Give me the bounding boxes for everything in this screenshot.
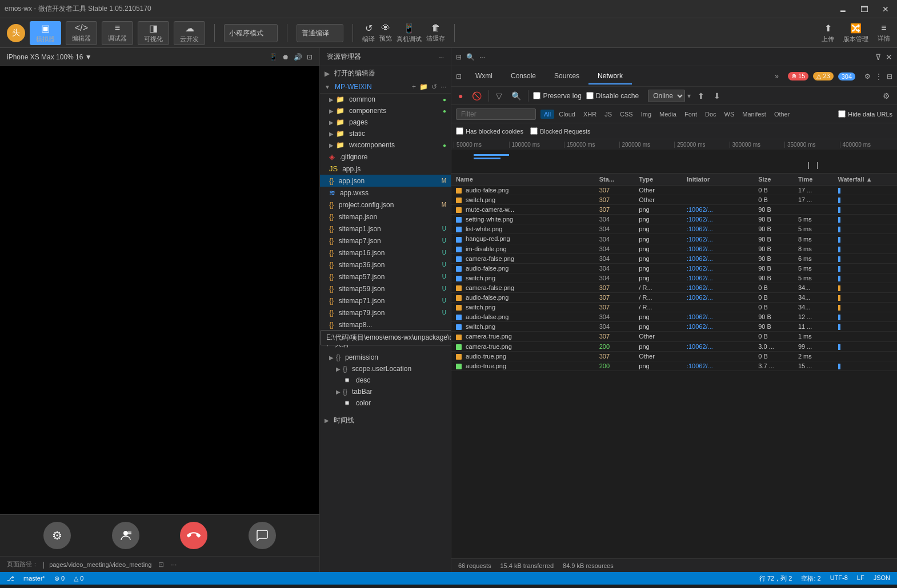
mp-weixin-refresh-icon[interactable]: ↺ <box>431 83 437 91</box>
element-selector-icon[interactable]: ⊡ <box>456 73 462 80</box>
simulator-button[interactable]: ▣ 模拟器 <box>30 21 61 45</box>
file-sitemap36[interactable]: {} sitemap36.json U <box>320 259 451 271</box>
tab-network[interactable]: Network <box>588 69 632 84</box>
blocked-requests-checkbox[interactable]: Blocked Requests <box>530 127 591 135</box>
editor-button[interactable]: </> 编辑器 <box>66 21 97 45</box>
filter-js-button[interactable]: JS <box>601 110 615 119</box>
record-button[interactable]: ● <box>456 90 465 102</box>
table-row[interactable]: list-white.png 304 png :10062/... 90 B 5… <box>451 224 897 234</box>
table-row[interactable]: audio-true.png 200 png :10062/... 3.7 ..… <box>451 361 897 370</box>
filter-css-button[interactable]: CSS <box>616 110 636 119</box>
tab-console[interactable]: Console <box>502 69 545 84</box>
file-sitemap8x[interactable]: {} sitemap8... E:\代码\项目\emos\emos-wx\unp… <box>320 319 451 331</box>
disable-cache-checkbox[interactable]: Disable cache <box>586 92 639 100</box>
upload-button[interactable]: ⬆ 上传 <box>822 23 834 43</box>
file-sitemap[interactable]: {} sitemap.json <box>320 211 451 223</box>
compile-select[interactable]: 普通编译 <box>297 24 343 42</box>
more-tabs-icon[interactable]: » <box>775 73 779 80</box>
network-table-container[interactable]: Name Sta... Type Initiator Size Time Wat… <box>451 174 897 558</box>
file-sitemap7[interactable]: {} sitemap7.json U <box>320 235 451 247</box>
outline-desc[interactable]: ◽ desc <box>320 374 451 386</box>
compile-button[interactable]: ↺ 编译 <box>362 23 375 43</box>
cloud-button[interactable]: ☁ 云开发 <box>174 21 205 45</box>
file-sitemap79[interactable]: {} sitemap79.json U <box>320 307 451 319</box>
throttle-select[interactable]: Online <box>648 90 685 102</box>
hangup-button[interactable] <box>180 522 207 549</box>
table-row[interactable]: camera-false.png 304 png :10062/... 90 B… <box>451 253 897 263</box>
debugger-button[interactable]: ≡ 调试器 <box>102 21 133 45</box>
filter-ws-button[interactable]: WS <box>721 110 738 119</box>
folder-components[interactable]: ▶ 📁 components ● <box>320 105 451 116</box>
filter-doc-button[interactable]: Doc <box>702 110 720 119</box>
contacts-button[interactable] <box>112 522 139 549</box>
settings-icon[interactable]: ⚙ <box>864 73 871 80</box>
table-row[interactable]: audio-false.png 307 Other 0 B 17 ... <box>451 186 897 195</box>
col-initiator[interactable]: Initiator <box>682 174 754 186</box>
mode-select[interactable]: 小程序模式 <box>224 24 278 42</box>
visualize-button[interactable]: ◨ 可视化 <box>138 21 169 45</box>
file-appjson[interactable]: {} app.json M <box>320 175 451 187</box>
folder-static[interactable]: ▶ 📁 static <box>320 128 451 139</box>
filter-xhr-button[interactable]: XHR <box>580 110 600 119</box>
table-row[interactable]: audio-true.png 307 Other 0 B 2 ms <box>451 351 897 361</box>
settings-button[interactable]: ⚙ <box>43 522 71 549</box>
file-sitemap1[interactable]: {} sitemap1.json U <box>320 223 451 235</box>
file-gitignore[interactable]: ◈ .gitignore <box>320 151 451 163</box>
table-row[interactable]: hangup-red.png 304 png :10062/... 90 B 8… <box>451 234 897 244</box>
file-sitemap16[interactable]: {} sitemap16.json U <box>320 247 451 259</box>
close-button[interactable]: ✕ <box>879 3 892 15</box>
file-sitemap59[interactable]: {} sitemap59.json U <box>320 283 451 295</box>
mp-weixin-more-icon[interactable]: ··· <box>441 83 446 91</box>
table-row[interactable]: audio-false.png 304 png :10062/... 90 B … <box>451 263 897 273</box>
devtools-arrows-icon[interactable]: ⊽ <box>875 53 881 62</box>
opened-editors-header[interactable]: ▶ 打开的编辑器 <box>320 66 451 80</box>
devtools-dock-icon[interactable]: ⊟ <box>456 53 462 61</box>
table-row[interactable]: switch.png 307 / R... 0 B 34... <box>451 303 897 312</box>
table-row[interactable]: im-disable.png 304 png :10062/... 90 B 8… <box>451 244 897 253</box>
clear-button[interactable]: 🚫 <box>470 90 484 102</box>
more-options-icon[interactable]: ⋮ <box>875 73 882 80</box>
table-row[interactable]: mute-camera-w... 307 png :10062/... 90 B <box>451 205 897 215</box>
table-row[interactable]: camera-false.png 307 / R... :10062/... 0… <box>451 283 897 292</box>
table-row[interactable]: audio-false.png 307 / R... :10062/... 0 … <box>451 293 897 303</box>
file-sitemap57[interactable]: {} sitemap57.json U <box>320 271 451 283</box>
filter-font-button[interactable]: Font <box>681 110 700 119</box>
chat-button[interactable] <box>249 522 276 549</box>
col-waterfall[interactable]: Waterfall ▲ <box>834 174 897 186</box>
mp-weixin-folder-icon[interactable]: 📁 <box>419 83 428 91</box>
table-row[interactable]: switch.png 304 png :10062/... 90 B 11 ..… <box>451 322 897 332</box>
filter-manifest-button[interactable]: Manifest <box>739 110 770 119</box>
filter-cloud-button[interactable]: Cloud <box>555 110 579 119</box>
realtest-button[interactable]: 📱 真机调试 <box>397 23 422 43</box>
preview-button[interactable]: 👁 预览 <box>379 23 392 43</box>
outline-tabbar[interactable]: ▶ {} tabBar <box>320 386 451 397</box>
file-appwxss[interactable]: ≋ app.wxss <box>320 187 451 199</box>
outline-color[interactable]: ◽ color <box>320 397 451 409</box>
filter-other-button[interactable]: Other <box>771 110 794 119</box>
dock-icon[interactable]: ⊟ <box>887 73 892 80</box>
search-button[interactable]: 🔍 <box>509 90 523 102</box>
file-projectconfig[interactable]: {} project.config.json M <box>320 199 451 211</box>
version-button[interactable]: 🔀 版本管理 <box>843 23 868 43</box>
table-row[interactable]: camera-true.png 307 Other 0 B 1 ms <box>451 332 897 341</box>
details-button[interactable]: ≡ 详情 <box>878 23 890 43</box>
col-type[interactable]: Type <box>634 174 682 186</box>
tab-wxml[interactable]: Wxml <box>466 69 502 84</box>
filter-img-button[interactable]: Img <box>638 110 655 119</box>
col-size[interactable]: Size <box>754 174 794 186</box>
minimize-button[interactable]: 🗕 <box>835 3 850 15</box>
col-status[interactable]: Sta... <box>595 174 635 186</box>
outline-scope[interactable]: ▶ {} scope.userLocation <box>320 363 451 374</box>
network-settings-button[interactable]: ⚙ <box>880 90 892 102</box>
filter-media-button[interactable]: Media <box>656 110 680 119</box>
maximize-button[interactable]: 🗖 <box>857 3 872 15</box>
table-row[interactable]: audio-false.png 304 png :10062/... 90 B … <box>451 312 897 322</box>
import-har-button[interactable]: ⬆ <box>695 90 707 102</box>
filter-input[interactable] <box>456 108 536 120</box>
folder-common[interactable]: ▶ 📁 common ● <box>320 94 451 105</box>
preserve-log-checkbox[interactable]: Preserve log <box>533 92 581 100</box>
outline-permission[interactable]: ▶ {} permission <box>320 352 451 363</box>
devtools-more-icon[interactable]: ··· <box>479 53 485 61</box>
tab-sources[interactable]: Sources <box>545 69 588 84</box>
table-row[interactable]: switch.png 307 Other 0 B 17 ... <box>451 195 897 205</box>
